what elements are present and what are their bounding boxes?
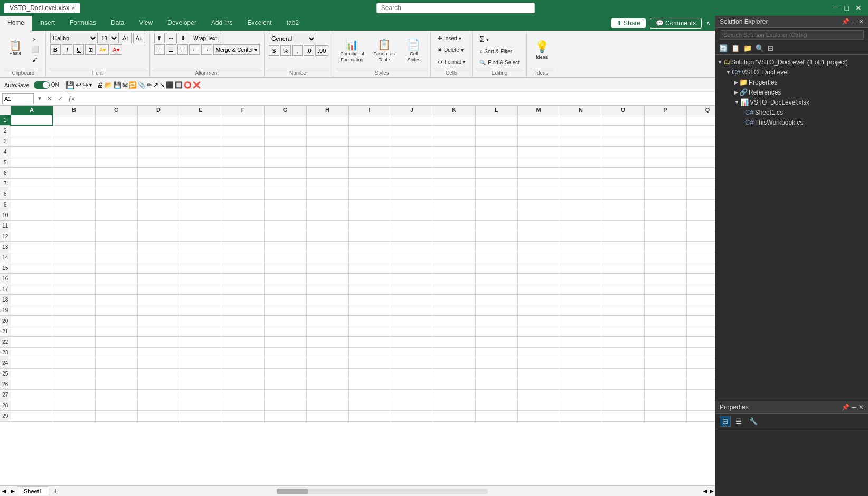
insert-function-button[interactable]: ƒx [67,95,77,102]
grid-cell[interactable] [137,136,180,146]
grid-cell[interactable] [348,410,391,421]
grid-cell[interactable] [433,231,475,241]
grid-cell[interactable] [222,294,264,305]
grid-cell[interactable] [644,294,686,305]
grid-cell[interactable] [602,347,644,358]
grid-cell[interactable] [180,167,222,178]
grid-cell[interactable] [475,400,517,410]
grid-cell[interactable] [391,400,433,410]
grid-cell[interactable] [137,379,180,389]
cancel-formula-button[interactable]: ✕ [45,95,54,102]
grid-cell[interactable] [433,178,475,189]
grow-font-button[interactable]: A↑ [120,33,132,43]
comments-button[interactable]: 💬 Comments [650,18,702,29]
grid-cell[interactable] [348,368,391,379]
grid-cell[interactable] [475,347,517,358]
grid-cell[interactable] [53,146,95,157]
se-properties-button[interactable]: 📋 [730,43,741,53]
grid-cell[interactable] [686,125,715,136]
grid-cell[interactable] [644,189,686,199]
grid-cell[interactable] [264,358,306,368]
shrink-font-button[interactable]: A↓ [133,33,145,43]
grid-cell[interactable] [53,389,95,400]
grid-cell[interactable] [95,336,137,347]
grid-cell[interactable] [602,157,644,167]
grid-cell[interactable] [53,189,95,199]
grid-cell[interactable] [475,284,517,294]
grid-cell[interactable] [560,220,602,231]
grid-cell[interactable] [95,358,137,368]
grid-cell[interactable] [306,241,348,252]
increase-decimal-button[interactable]: .00 [315,45,328,56]
row-header-17[interactable]: 17 [0,284,11,294]
formula-input[interactable] [79,95,713,102]
grid-cell[interactable] [11,389,53,400]
grid-cell[interactable] [560,241,602,252]
grid-cell[interactable] [264,220,306,231]
grid-cell[interactable] [264,178,306,189]
cell-name-box[interactable] [2,93,34,104]
grid-cell[interactable] [137,189,180,199]
grid-cell[interactable] [95,125,137,136]
grid-cell[interactable] [222,220,264,231]
grid-cell[interactable] [475,358,517,368]
grid-cell[interactable] [264,241,306,252]
grid-cell[interactable] [391,368,433,379]
currency-button[interactable]: $ [269,45,279,56]
grid-cell[interactable] [264,347,306,358]
tab-addins[interactable]: Add-ins [204,16,240,31]
grid-cell[interactable] [348,336,391,347]
tree-item-vsto-xlsx[interactable]: ▼ 📊 VSTO_DocLevel.xlsx [715,97,868,107]
scroll-left-button[interactable]: ◀ [0,488,8,494]
grid-cell[interactable] [222,336,264,347]
se-show-files-button[interactable]: 📁 [742,43,753,53]
grid-cell[interactable] [348,326,391,336]
grid-cell[interactable] [53,347,95,358]
grid-cell[interactable] [53,115,95,125]
grid-cell[interactable] [560,305,602,315]
grid-cell[interactable] [11,220,53,231]
sort-filter-button[interactable]: ↕ Sort & Filter [477,47,515,56]
grid-cell[interactable] [517,358,560,368]
grid-cell[interactable] [644,125,686,136]
row-header-15[interactable]: 15 [0,263,11,273]
grid-cell[interactable] [433,241,475,252]
row-header-28[interactable]: 28 [0,400,11,410]
grid-cell[interactable] [686,178,715,189]
align-right-button[interactable]: ≡ [177,44,188,55]
grid-cell[interactable] [348,199,391,210]
grid-cell[interactable] [137,326,180,336]
grid-cell[interactable] [517,220,560,231]
decrease-indent-button[interactable]: ← [189,44,200,55]
grid-cell[interactable] [433,400,475,410]
grid-cell[interactable] [433,379,475,389]
grid-cell[interactable] [560,400,602,410]
grid-cell[interactable] [222,263,264,273]
grid-cell[interactable] [137,157,180,167]
toolbar-icon-10[interactable]: ⬛ [166,81,174,89]
grid-cell[interactable] [180,315,222,326]
grid-cell[interactable] [137,358,180,368]
grid-cell[interactable] [137,199,180,210]
grid-cell[interactable] [95,347,137,358]
grid-cell[interactable] [306,136,348,146]
grid-cell[interactable] [602,305,644,315]
grid-cell[interactable] [95,189,137,199]
toolbar-icon-5[interactable]: 🔁 [129,81,137,89]
grid-cell[interactable] [602,358,644,368]
grid-cell[interactable] [53,210,95,220]
grid-cell[interactable] [644,115,686,125]
grid-cell[interactable] [602,326,644,336]
row-header-22[interactable]: 22 [0,336,11,347]
grid-cell[interactable] [222,358,264,368]
grid-cell[interactable] [391,178,433,189]
grid-cell[interactable] [475,115,517,125]
grid-cell[interactable] [180,294,222,305]
grid-cell[interactable] [306,231,348,241]
row-header-13[interactable]: 13 [0,241,11,252]
col-header-O[interactable]: O [602,106,644,115]
toolbar-icon-1[interactable]: 🖨 [97,81,103,89]
grid-cell[interactable] [433,336,475,347]
grid-cell[interactable] [222,305,264,315]
grid-cell[interactable] [348,189,391,199]
